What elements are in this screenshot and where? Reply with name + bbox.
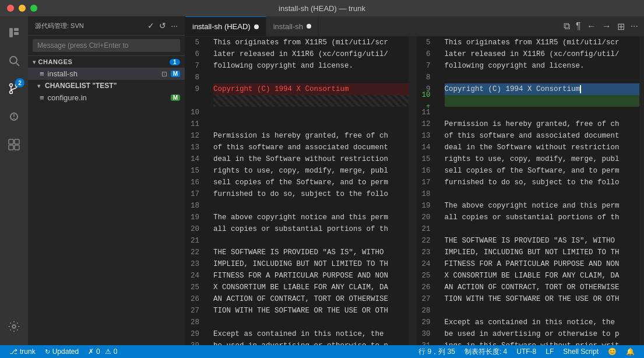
activity-bar: 2 bbox=[0, 16, 28, 345]
file-item-install-sh[interactable]: ≡ install-sh ⊡ M bbox=[28, 68, 185, 80]
activity-settings[interactable] bbox=[0, 313, 28, 341]
file-badge-m: M bbox=[171, 71, 180, 77]
more-actions-icon[interactable]: ··· bbox=[629, 20, 639, 33]
code-line bbox=[213, 118, 409, 130]
right-code-content: This originates from X11R5 (mit/util/scr… bbox=[440, 37, 640, 345]
tab-size-status[interactable]: 制表符长度: 4 bbox=[460, 345, 512, 358]
code-line: be used in advertising or otherwise to p bbox=[213, 340, 409, 345]
tab-install-sh[interactable]: install-sh bbox=[266, 16, 319, 36]
commit-message-input[interactable] bbox=[33, 39, 180, 52]
close-button[interactable] bbox=[7, 5, 14, 12]
sidebar-header-icons: ✓ ↺ ··· bbox=[147, 21, 178, 30]
refresh-icon[interactable]: ↺ bbox=[159, 21, 166, 30]
code-line: furnished to do so, subject to the follo bbox=[445, 177, 640, 188]
more-icon[interactable]: ··· bbox=[171, 21, 178, 30]
tab-install-sh-head[interactable]: install-sh (HEAD) bbox=[185, 16, 266, 36]
code-line: ings in this Software without prior writ bbox=[445, 340, 640, 345]
scm-badge: 2 bbox=[15, 78, 24, 87]
code-line-highlighted: Copyright (C) 1994 X Consortium bbox=[445, 83, 640, 95]
sidebar-header: 源代码管理: SVN ✓ ↺ ··· bbox=[28, 16, 185, 36]
language-status[interactable]: Shell Script bbox=[558, 345, 603, 358]
configure-badge: M bbox=[171, 94, 180, 101]
code-line: IMPLIED, INCLUDING BUT NOT LIMITED TO TH bbox=[213, 258, 409, 270]
code-line bbox=[213, 107, 409, 118]
file-item-configure-in[interactable]: ≡ configure.in M bbox=[28, 92, 185, 104]
code-line: rights to use, copy, modify, merge, publ bbox=[213, 165, 409, 177]
code-line bbox=[445, 107, 640, 118]
toggle-diff-icon[interactable]: ⧉ bbox=[562, 20, 571, 33]
tab-actions: ⧉ ¶ ← → ⊞ ··· bbox=[562, 16, 644, 36]
activity-bottom bbox=[0, 313, 28, 345]
emoji-status[interactable]: 😊 bbox=[603, 345, 621, 358]
changes-section-header[interactable]: ▾ CHANGES 1 bbox=[28, 56, 185, 68]
svg-rect-2 bbox=[14, 32, 19, 35]
activity-extensions[interactable] bbox=[0, 131, 28, 159]
svg-rect-0 bbox=[9, 28, 13, 37]
svg-point-15 bbox=[12, 325, 16, 328]
status-bar: ⎇ trunk ↻ Updated ✗ 0 ⚠ 0 行 9，列 35 制表符长度… bbox=[0, 345, 644, 358]
branch-status[interactable]: ⎇ trunk bbox=[5, 345, 40, 358]
code-line: deal in the Software without restriction bbox=[445, 142, 640, 153]
left-code-content: This originates from X11R5 (mit/util/scr… bbox=[209, 37, 409, 345]
code-line: following copyright and license. bbox=[213, 60, 409, 72]
code-line bbox=[445, 223, 640, 235]
tab-dot-2 bbox=[307, 24, 311, 29]
code-line-empty bbox=[213, 95, 409, 107]
navigate-forward-icon[interactable]: → bbox=[601, 20, 613, 33]
code-line: X CONSORTIUM BE LIABLE FOR ANY CLAIM, DA bbox=[445, 270, 640, 282]
split-editor-icon[interactable]: ⊞ bbox=[616, 20, 626, 33]
activity-debug[interactable] bbox=[0, 103, 28, 131]
minimize-button[interactable] bbox=[19, 5, 26, 12]
tab-bar: install-sh (HEAD) install-sh ⧉ ¶ ← → ⊞ ·… bbox=[185, 16, 644, 37]
maximize-button[interactable] bbox=[30, 5, 37, 12]
changelist-section-header[interactable]: ▾ CHANGELIST "TEST" bbox=[28, 80, 185, 92]
svg-rect-14 bbox=[15, 145, 19, 150]
code-line: AN ACTION OF CONTRACT, TORT OR OTHERWISE bbox=[445, 282, 640, 293]
code-line: The above copyright notice and this perm bbox=[445, 200, 640, 212]
code-line: all copies or substantial portions of th bbox=[445, 212, 640, 223]
code-line: all copies or substantial portions of th bbox=[213, 223, 409, 235]
left-minimap bbox=[409, 37, 413, 345]
notifications-status[interactable]: 🔔 bbox=[621, 345, 639, 358]
right-minimap bbox=[639, 37, 644, 345]
commit-icon[interactable]: ✓ bbox=[147, 21, 154, 30]
code-line: Except as contained in this notice, the bbox=[213, 328, 409, 340]
right-line-numbers: 5 6 7 8 9 10 + 11 12 13 14 15 16 17 18 bbox=[417, 37, 440, 345]
file-icon-configure: ≡ bbox=[40, 93, 44, 102]
window-title: install-sh (HEAD) — trunk bbox=[279, 4, 365, 13]
svg-rect-1 bbox=[14, 28, 19, 31]
svg-rect-12 bbox=[15, 139, 19, 144]
encoding-label: UTF-8 bbox=[516, 348, 536, 356]
whitespace-icon[interactable]: ¶ bbox=[575, 20, 582, 33]
encoding-status[interactable]: UTF-8 bbox=[512, 345, 541, 358]
tab-label-2: install-sh bbox=[273, 22, 303, 31]
errors-status[interactable]: ✗ 0 ⚠ 0 bbox=[83, 345, 122, 358]
left-code-area[interactable]: 5 6 7 8 9 10 11 12 13 14 15 16 17 bbox=[185, 37, 413, 345]
code-line: THE SOFTWARE IS PROVIDED "AS IS", WITHO bbox=[213, 247, 409, 258]
code-line bbox=[213, 235, 409, 247]
code-line: IMPLIED, INCLUDING BUT NOT LIMITED TO TH bbox=[445, 247, 640, 258]
position-label: 行 9，列 35 bbox=[418, 347, 455, 357]
file-name: install-sh bbox=[48, 69, 158, 78]
activity-explorer[interactable] bbox=[0, 19, 28, 47]
sidebar: 源代码管理: SVN ✓ ↺ ··· ▾ CHANGES 1 ≡ install… bbox=[28, 16, 185, 345]
title-bar: install-sh (HEAD) — trunk bbox=[0, 0, 644, 16]
right-code-area[interactable]: 5 6 7 8 9 10 + 11 12 13 14 15 16 17 18 bbox=[417, 37, 645, 345]
svg-point-3 bbox=[10, 57, 17, 64]
navigate-back-icon[interactable]: ← bbox=[586, 20, 597, 33]
code-line-added bbox=[445, 95, 640, 107]
code-line bbox=[445, 305, 640, 317]
line-ending-status[interactable]: LF bbox=[541, 345, 558, 358]
code-line bbox=[213, 72, 409, 83]
sync-icon: ↻ bbox=[45, 348, 50, 356]
warning-icon: ⚠ bbox=[105, 348, 111, 356]
code-line bbox=[445, 188, 640, 200]
code-line: rights to use, copy, modify, merge, publ bbox=[445, 153, 640, 165]
activity-scm[interactable]: 2 bbox=[0, 75, 28, 103]
code-line: be used in advertising or otherwise to p bbox=[445, 328, 640, 340]
activity-search[interactable] bbox=[0, 47, 28, 75]
sync-status[interactable]: ↻ Updated bbox=[40, 345, 83, 358]
scm-label: 源代码管理: SVN bbox=[35, 22, 84, 30]
cursor-position[interactable]: 行 9，列 35 bbox=[414, 345, 460, 358]
code-line: furnished to do so, subject to the follo bbox=[213, 188, 409, 200]
